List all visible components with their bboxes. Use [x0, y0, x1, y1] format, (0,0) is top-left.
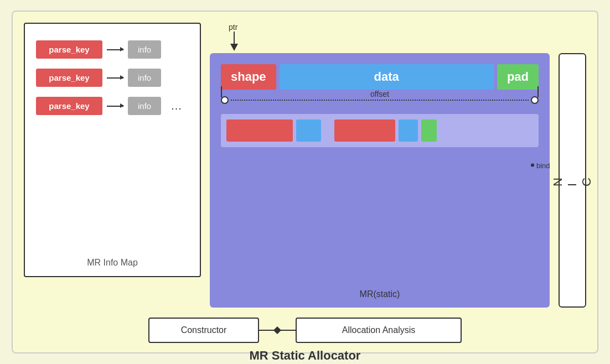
nic-section: bind NIC [559, 23, 586, 308]
allocation-box: Allocation Analysis [296, 318, 462, 343]
pad-box: pad [497, 64, 539, 90]
bind-label: bind [536, 161, 550, 169]
info-1: info [128, 40, 161, 59]
parse-key-3: parse_key [36, 97, 102, 115]
ellipsis: ... [171, 100, 182, 112]
parse-key-1: parse_key [36, 40, 102, 59]
arrow-3 [107, 106, 123, 107]
shape-box: shape [221, 64, 276, 90]
outer-container: parse_key info parse_key info parse_key … [12, 11, 598, 353]
bind-area: bind [531, 161, 550, 169]
parse-row-1: parse_key info [36, 40, 189, 59]
mr-info-map-box: parse_key info parse_key info parse_key … [24, 23, 201, 277]
offset-label: offset [370, 90, 389, 98]
parse-key-2: parse_key [36, 69, 102, 87]
info-2: info [128, 69, 161, 87]
conn-line-right [279, 330, 296, 331]
block-red-1 [226, 119, 293, 142]
bind-dot [531, 164, 534, 167]
bottom-boxes-row: Constructor Allocation Analysis [148, 318, 462, 343]
offset-row: offset [221, 94, 539, 106]
main-title: MR Static Allocator [250, 349, 361, 363]
bottom-section: Constructor Allocation Analysis MR Stati… [24, 318, 586, 363]
svg-marker-1 [230, 44, 238, 51]
arrow-1 [107, 49, 123, 50]
connector [259, 327, 296, 333]
ptr-label: ptr [229, 23, 237, 32]
info-3: info [128, 97, 161, 115]
mr-static-box: shape data pad offset [210, 53, 550, 308]
second-row-blocks [221, 114, 539, 147]
content-row: parse_key info parse_key info parse_key … [24, 23, 586, 308]
nic-box: NIC [559, 53, 586, 308]
offset-dots: offset [231, 100, 529, 101]
top-row: shape data pad [221, 64, 539, 90]
parse-rows: parse_key info parse_key info parse_key … [36, 40, 189, 115]
offset-line-left [221, 86, 222, 97]
offset-circle-left [221, 96, 229, 104]
mr-static-label: MR(static) [360, 289, 400, 299]
parse-row-2: parse_key info [36, 69, 189, 87]
block-blue-1 [296, 119, 321, 142]
conn-diamond [273, 326, 281, 334]
mr-static-wrapper: ptr shape data pad [210, 23, 550, 308]
block-blue-2 [399, 119, 418, 142]
mr-info-map-label: MR Info Map [87, 258, 138, 268]
offset-line-right [537, 86, 539, 97]
arrow-2 [107, 77, 123, 79]
offset-circle-right [531, 96, 539, 104]
ptr-arrow-svg [226, 32, 243, 51]
nic-label: NIC [551, 174, 594, 186]
parse-row-3: parse_key info ... [36, 97, 189, 115]
data-box: data [280, 64, 494, 90]
block-green [421, 119, 437, 142]
constructor-box: Constructor [148, 318, 259, 343]
block-red-2 [334, 119, 395, 142]
